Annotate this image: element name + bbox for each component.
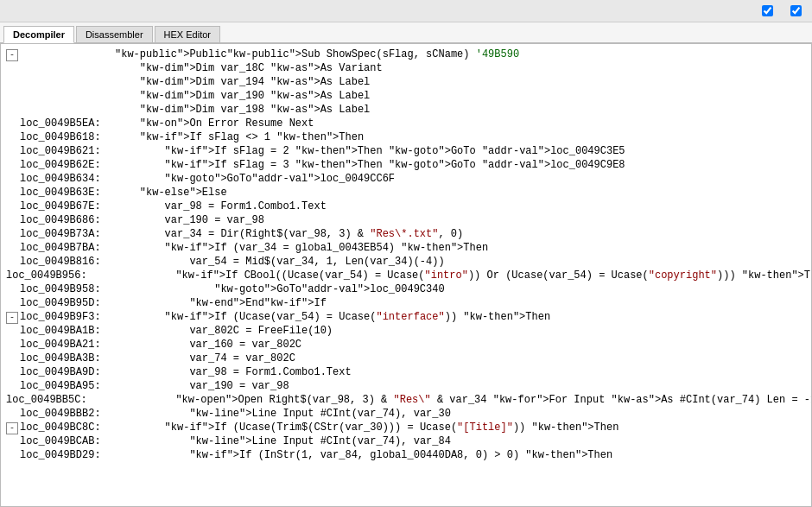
code-text: "kw-dim">Dim — [115, 103, 214, 117]
table-row: loc_0049BBB2: "kw-line">Line Input #CInt… — [1, 407, 811, 421]
code-text: "kw-if">If — [115, 130, 202, 144]
code-text: var_190 = var_98 — [115, 213, 264, 227]
code-text: "kw-if">If — [115, 158, 227, 172]
code-text: "kw-end">End — [115, 296, 264, 310]
parse-stack-checkbox-label[interactable] — [762, 5, 777, 16]
loc-label: loc_0049B73A: — [20, 227, 115, 241]
table-row: loc_0049B95D: "kw-end">End "kw-if">If — [1, 296, 811, 310]
code-text: "kw-goto">GoTo — [115, 282, 301, 296]
table-row: loc_0049B5EA: "kw-on">On Error Resume Ne… — [1, 117, 811, 130]
code-text: var_54 = Mid$(var_34, 1, Len(var_34)(-4)… — [115, 255, 445, 269]
loc-label: loc_0049B958: — [20, 282, 115, 296]
loc-label: loc_0049BA95: — [20, 379, 115, 393]
loc-label: loc_0049B62E: — [20, 158, 115, 172]
collapse-btn[interactable]: - — [6, 422, 18, 434]
loc-label: loc_0049B9F3: — [20, 310, 115, 324]
loc-label: loc_0049B63E: — [20, 186, 115, 200]
code-text: "kw-if">If — [101, 269, 238, 282]
table-row: loc_0049BA9D: var_98 = Form1.Combo1.Text — [1, 365, 811, 379]
code-text: "kw-if">If — [115, 144, 227, 158]
table-row: loc_0049BB5C: "kw-open">Open Right$(var_… — [1, 393, 811, 407]
tab-disassembler[interactable]: Disassembler — [76, 26, 153, 42]
addr-val: '49B590 — [476, 48, 519, 61]
code-text: "kw-goto">GoTo — [115, 172, 251, 186]
tab-hex-editor[interactable]: HEX Editor — [155, 26, 220, 42]
code-text: "kw-if">If — [115, 310, 227, 324]
table-row: "kw-dim">Dim var_194 "kw-as">As Label — [1, 75, 811, 89]
table-row: -loc_0049BC8C: "kw-if">If (Ucase(Trim$(C… — [1, 421, 811, 434]
parse-stack-checkbox[interactable] — [762, 5, 773, 16]
code-text: "kw-if">If — [115, 421, 227, 434]
table-row: -loc_0049B9F3: "kw-if">If (Ucase(var_54)… — [1, 310, 811, 324]
tab-decompiler[interactable]: Decompiler — [3, 26, 74, 43]
table-row: loc_0049B686: var_190 = var_98 — [1, 213, 811, 227]
loc-label: loc_0049B67E: — [20, 200, 115, 213]
collapse-btn[interactable]: - — [6, 312, 18, 324]
loc-label: loc_0049B7BA: — [20, 241, 115, 255]
table-row: loc_0049B67E: var_98 = Form1.Combo1.Text — [1, 200, 811, 213]
loc-label: loc_0049BA1B: — [20, 324, 115, 338]
table-row: loc_0049BCAB: "kw-line">Line Input #CInt… — [1, 434, 811, 448]
table-row: loc_0049B958: "kw-goto">GoTo "addr-val">… — [1, 282, 811, 296]
loc-label: loc_0049B686: — [20, 213, 115, 227]
table-row: loc_0049B62E: "kw-if">If sFlag = 3 "kw-t… — [1, 158, 811, 172]
loc-label: loc_0049BCAB: — [20, 434, 115, 448]
table-row: loc_0049B63E: "kw-else">Else — [1, 186, 811, 200]
code-text: var_74 = var_802C — [115, 352, 295, 365]
code-text: "kw-else">Else — [115, 186, 227, 200]
table-row: loc_0049B956: "kw-if">If CBool((Ucase(va… — [1, 269, 811, 282]
loc-label: loc_0049BA3B: — [20, 352, 115, 365]
code-text: "kw-dim">Dim — [115, 61, 214, 75]
tabs-bar: Decompiler Disassembler HEX Editor — [0, 22, 812, 43]
loc-label: loc_0049B956: — [6, 269, 101, 282]
table-row: loc_0049B73A: var_34 = Dir(Right$(var_98… — [1, 227, 811, 241]
code-text: var_802C = FreeFile(10) — [115, 324, 333, 338]
code-text: "kw-if">If — [115, 448, 251, 462]
loc-label: loc_0049B621: — [20, 144, 115, 158]
code-text: "kw-line">Line — [115, 407, 276, 421]
table-row: loc_0049B621: "kw-if">If sFlag = 2 "kw-t… — [1, 144, 811, 158]
table-row: loc_0049BA95: var_190 = var_98 — [1, 379, 811, 393]
code-text: var_190 = var_98 — [115, 379, 289, 393]
table-row: "kw-dim">Dim var_190 "kw-as">As Label — [1, 89, 811, 103]
code-text: "kw-public">Public — [115, 48, 227, 61]
code-text: "kw-if">If — [115, 241, 227, 255]
table-row: loc_0049B816: var_54 = Mid$(var_34, 1, L… — [1, 255, 811, 269]
code-text: var_98 = Form1.Combo1.Text — [115, 200, 327, 213]
loc-label: loc_0049B816: — [20, 255, 115, 269]
table-row: -"kw-public">Public "kw-public">Sub Show… — [1, 48, 811, 61]
loc-label: loc_0049BBB2: — [20, 407, 115, 421]
table-row: loc_0049BA21: var_160 = var_802C — [1, 338, 811, 352]
code-text: "kw-line">Line — [115, 434, 276, 448]
loc-label: loc_0049BD29: — [20, 448, 115, 462]
code-text: "kw-open">Open — [101, 393, 263, 407]
code-text: var_34 = Dir(Right$(var_98, 3) & "Res\*.… — [115, 227, 463, 241]
loc-label: loc_0049B95D: — [20, 296, 115, 310]
loc-label: loc_0049B634: — [20, 172, 115, 186]
loc-label: loc_0049BC8C: — [20, 421, 115, 434]
table-row: loc_0049BA3B: var_74 = var_802C — [1, 352, 811, 365]
code-text: var_98 = Form1.Combo1.Text — [115, 365, 352, 379]
table-row: loc_0049BA1B: var_802C = FreeFile(10) — [1, 324, 811, 338]
code-text: var_160 = var_802C — [115, 338, 301, 352]
loc-label: loc_0049BA9D: — [20, 365, 115, 379]
code-text: "kw-dim">Dim — [115, 89, 214, 103]
table-row: "kw-dim">Dim var_18C "kw-as">As Variant — [1, 61, 811, 75]
loc-label: loc_0049BA21: — [20, 338, 115, 352]
code-text: "kw-dim">Dim — [115, 75, 214, 89]
code-content: -"kw-public">Public "kw-public">Sub Show… — [1, 44, 811, 466]
loc-label: loc_0049BB5C: — [6, 393, 101, 407]
loc-label: loc_0049B5EA: — [20, 117, 115, 130]
table-row: loc_0049B7BA: "kw-if">If (var_34 = globa… — [1, 241, 811, 255]
checkboxes-area — [762, 5, 805, 16]
collapse-btn[interactable]: - — [6, 49, 18, 61]
code-text: "kw-on">On — [115, 117, 202, 130]
code-container[interactable]: -"kw-public">Public "kw-public">Sub Show… — [0, 43, 812, 507]
loc-label: loc_0049B618: — [20, 130, 115, 144]
table-row: "kw-dim">Dim var_198 "kw-as">As Label — [1, 103, 811, 117]
table-row: loc_0049BD29: "kw-if">If (InStr(1, var_8… — [1, 448, 811, 462]
table-row: loc_0049B618: "kw-if">If sFlag <> 1 "kw-… — [1, 130, 811, 144]
procedure-analyzer-checkbox[interactable] — [790, 5, 802, 16]
table-row: loc_0049B634: "kw-goto">GoTo "addr-val">… — [1, 172, 811, 186]
procedure-analyzer-checkbox-label[interactable] — [790, 5, 805, 16]
